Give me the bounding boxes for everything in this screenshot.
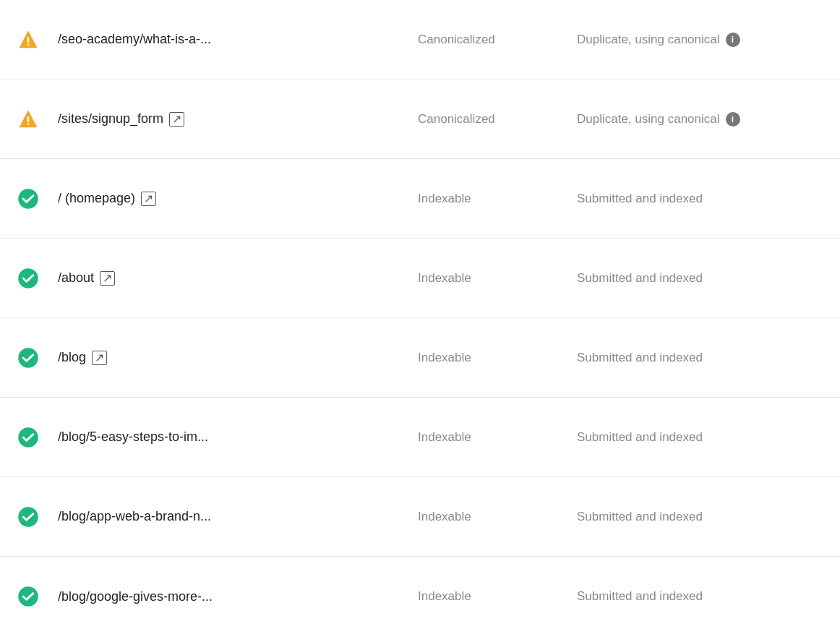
info-icon[interactable]: i bbox=[726, 112, 740, 127]
row-icon-col bbox=[17, 347, 58, 369]
status-text: Submitted and indexed bbox=[577, 271, 703, 286]
table-row: /sites/signup_form↗CanonicalizedDuplicat… bbox=[0, 80, 840, 159]
row-icon-col bbox=[17, 188, 58, 210]
status-col: Duplicate, using canonicali bbox=[577, 112, 823, 127]
check-circle-icon bbox=[17, 188, 39, 210]
coverage-col: Indexable bbox=[418, 192, 577, 206]
check-circle-icon bbox=[17, 268, 39, 289]
table-row: /blog/app-web-a-brand-n...IndexableSubmi… bbox=[0, 477, 840, 557]
table-row: /blog↗IndexableSubmitted and indexed bbox=[0, 318, 840, 398]
info-icon[interactable]: i bbox=[726, 33, 740, 47]
coverage-col: Indexable bbox=[418, 430, 577, 445]
url-col: /blog/5-easy-steps-to-im... bbox=[58, 429, 418, 445]
url-text: /about bbox=[58, 270, 94, 286]
external-link-icon[interactable]: ↗ bbox=[100, 271, 115, 286]
external-link-icon[interactable]: ↗ bbox=[92, 351, 107, 365]
svg-point-6 bbox=[18, 189, 38, 209]
status-col: Submitted and indexed bbox=[577, 271, 823, 286]
svg-point-10 bbox=[18, 507, 38, 527]
status-col: Submitted and indexed bbox=[577, 192, 823, 206]
table-row: /about↗IndexableSubmitted and indexed bbox=[0, 239, 840, 318]
url-text: /sites/signup_form bbox=[58, 111, 163, 127]
table-row: /seo-academy/what-is-a-...CanonicalizedD… bbox=[0, 0, 840, 80]
row-icon-col bbox=[17, 29, 58, 51]
url-table: /seo-academy/what-is-a-...CanonicalizedD… bbox=[0, 0, 840, 629]
url-text: / (homepage) bbox=[58, 191, 135, 206]
coverage-col: Canonicalized bbox=[418, 112, 577, 127]
status-text: Duplicate, using canonical bbox=[577, 112, 720, 127]
url-text: /seo-academy/what-is-a-... bbox=[58, 32, 211, 47]
coverage-col: Indexable bbox=[418, 589, 577, 604]
coverage-col: Indexable bbox=[418, 510, 577, 524]
url-col: /blog↗ bbox=[58, 350, 418, 365]
url-text: /blog/google-gives-more-... bbox=[58, 589, 213, 604]
url-text: /blog bbox=[58, 350, 86, 365]
status-text: Submitted and indexed bbox=[577, 430, 703, 445]
status-text: Submitted and indexed bbox=[577, 510, 703, 524]
check-circle-icon bbox=[17, 506, 39, 528]
svg-point-8 bbox=[18, 348, 38, 368]
url-col: /sites/signup_form↗ bbox=[58, 111, 418, 127]
row-icon-col bbox=[17, 586, 58, 607]
svg-point-9 bbox=[18, 427, 38, 448]
url-col: /about↗ bbox=[58, 270, 418, 286]
svg-rect-4 bbox=[27, 116, 30, 122]
external-link-icon[interactable]: ↗ bbox=[169, 112, 184, 127]
url-text: /blog/5-easy-steps-to-im... bbox=[58, 429, 208, 445]
row-icon-col bbox=[17, 108, 58, 130]
svg-point-7 bbox=[18, 268, 38, 288]
row-icon-col bbox=[17, 268, 58, 289]
table-row: /blog/5-easy-steps-to-im...IndexableSubm… bbox=[0, 398, 840, 477]
coverage-col: Indexable bbox=[418, 351, 577, 365]
status-col: Submitted and indexed bbox=[577, 589, 823, 604]
coverage-col: Indexable bbox=[418, 271, 577, 286]
status-col: Submitted and indexed bbox=[577, 351, 823, 365]
warning-icon bbox=[17, 108, 39, 130]
warning-icon bbox=[17, 29, 39, 51]
svg-rect-1 bbox=[27, 37, 30, 43]
external-link-icon[interactable]: ↗ bbox=[141, 192, 156, 206]
url-text: /blog/app-web-a-brand-n... bbox=[58, 509, 211, 524]
table-row: / (homepage)↗IndexableSubmitted and inde… bbox=[0, 159, 840, 239]
svg-rect-2 bbox=[27, 43, 30, 46]
status-text: Submitted and indexed bbox=[577, 589, 703, 604]
coverage-col: Canonicalized bbox=[418, 33, 577, 47]
svg-point-11 bbox=[18, 586, 38, 607]
row-icon-col bbox=[17, 506, 58, 528]
table-row: /blog/google-gives-more-...IndexableSubm… bbox=[0, 557, 840, 629]
url-col: /blog/google-gives-more-... bbox=[58, 589, 418, 604]
status-text: Submitted and indexed bbox=[577, 192, 703, 206]
url-col: /seo-academy/what-is-a-... bbox=[58, 32, 418, 47]
status-col: Duplicate, using canonicali bbox=[577, 33, 823, 47]
status-text: Duplicate, using canonical bbox=[577, 33, 720, 47]
check-circle-icon bbox=[17, 586, 39, 607]
status-col: Submitted and indexed bbox=[577, 430, 823, 445]
check-circle-icon bbox=[17, 347, 39, 369]
status-col: Submitted and indexed bbox=[577, 510, 823, 524]
status-text: Submitted and indexed bbox=[577, 351, 703, 365]
url-col: / (homepage)↗ bbox=[58, 191, 418, 206]
row-icon-col bbox=[17, 427, 58, 448]
svg-rect-5 bbox=[27, 123, 30, 125]
check-circle-icon bbox=[17, 427, 39, 448]
url-col: /blog/app-web-a-brand-n... bbox=[58, 509, 418, 524]
